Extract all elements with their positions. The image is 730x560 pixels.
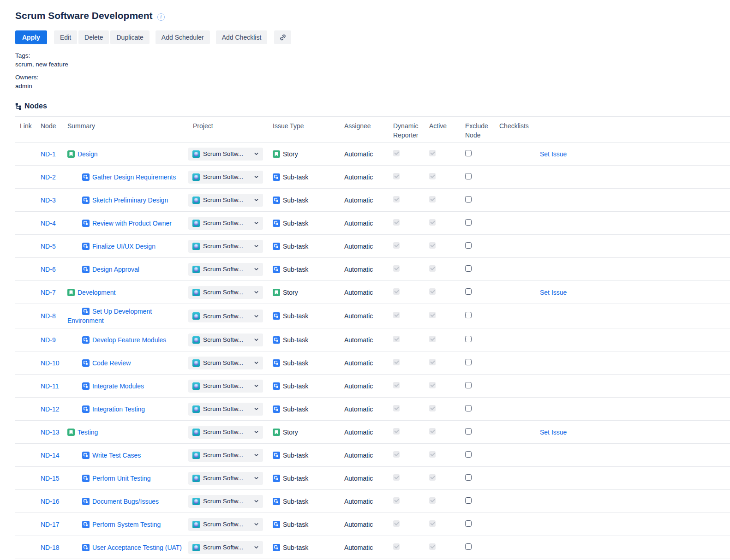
summary-link[interactable]: Integration Testing	[92, 405, 145, 413]
header-checklists: Checklists	[495, 117, 730, 131]
summary-link[interactable]: Write Test Cases	[92, 452, 141, 459]
project-select[interactable]: Scrum Softw...	[188, 449, 263, 462]
exclude-node-checkbox[interactable]	[465, 474, 472, 481]
exclude-node-checkbox[interactable]	[465, 219, 472, 226]
exclude-node-checkbox[interactable]	[465, 405, 472, 411]
exclude-node-checkbox[interactable]	[465, 359, 472, 365]
node-link[interactable]: ND-18	[41, 544, 59, 551]
summary-link[interactable]: Testing	[78, 429, 98, 436]
node-link[interactable]: ND-10	[41, 359, 59, 367]
project-avatar-icon	[192, 266, 200, 273]
delete-button[interactable]: Delete	[78, 30, 109, 44]
node-link[interactable]: ND-14	[41, 452, 59, 459]
node-link[interactable]: ND-8	[41, 312, 56, 320]
project-select[interactable]: Scrum Softw...	[188, 426, 263, 439]
summary-link[interactable]: Integrate Modules	[92, 382, 144, 390]
project-select-value: Scrum Softw...	[203, 266, 251, 273]
exclude-node-checkbox[interactable]	[465, 265, 472, 272]
node-link[interactable]: ND-13	[41, 429, 59, 436]
project-select[interactable]: Scrum Softw...	[188, 403, 263, 416]
add-scheduler-button[interactable]: Add Scheduler	[156, 30, 210, 44]
node-link[interactable]: ND-15	[41, 475, 59, 482]
summary-link[interactable]: Document Bugs/Issues	[92, 498, 159, 505]
project-select-value: Scrum Softw...	[203, 336, 251, 343]
summary-link[interactable]: Design	[78, 150, 98, 158]
exclude-node-checkbox[interactable]	[465, 543, 472, 550]
project-select[interactable]: Scrum Softw...	[188, 495, 263, 508]
node-link[interactable]: ND-4	[41, 220, 56, 227]
exclude-node-checkbox[interactable]	[465, 196, 472, 203]
summary-link[interactable]: Development	[78, 289, 116, 296]
project-cell: Scrum Softw...	[188, 171, 268, 184]
node-link[interactable]: ND-12	[41, 405, 59, 413]
subtask-icon	[82, 382, 90, 390]
exclude-node-checkbox[interactable]	[465, 242, 472, 249]
node-link[interactable]: ND-6	[41, 266, 56, 273]
project-select[interactable]: Scrum Softw...	[188, 263, 263, 276]
dynamic-reporter-checkbox	[393, 451, 400, 458]
set-issue-link[interactable]: Set Issue	[540, 150, 567, 158]
node-link[interactable]: ND-3	[41, 197, 56, 204]
node-link[interactable]: ND-17	[41, 521, 59, 528]
exclude-node-checkbox[interactable]	[465, 451, 472, 458]
table-header-row: Link Node Summary Project Issue Type Ass…	[15, 116, 730, 143]
node-link[interactable]: ND-1	[41, 150, 56, 158]
exclude-node-checkbox[interactable]	[465, 497, 472, 504]
exclude-node-checkbox[interactable]	[465, 312, 472, 318]
project-cell: Scrum Softw...	[188, 449, 268, 462]
exclude-node-checkbox[interactable]	[465, 428, 472, 435]
header-exclude-node: Exclude Node	[461, 117, 495, 140]
project-select[interactable]: Scrum Softw...	[188, 217, 263, 230]
exclude-node-checkbox[interactable]	[465, 150, 472, 156]
summary-link[interactable]: Code Review	[92, 359, 131, 367]
node-link[interactable]: ND-5	[41, 243, 56, 250]
info-icon[interactable]	[157, 13, 165, 21]
project-select-value: Scrum Softw...	[203, 173, 251, 180]
project-select[interactable]: Scrum Softw...	[188, 148, 263, 161]
project-select[interactable]: Scrum Softw...	[188, 334, 263, 346]
exclude-node-checkbox[interactable]	[465, 173, 472, 179]
project-select[interactable]: Scrum Softw...	[188, 240, 263, 253]
assignee-value: Automatic	[344, 312, 373, 320]
project-select[interactable]: Scrum Softw...	[188, 310, 263, 322]
node-link[interactable]: ND-2	[41, 173, 56, 181]
project-select[interactable]: Scrum Softw...	[188, 194, 263, 207]
summary-link[interactable]: Review with Product Owner	[92, 220, 172, 227]
summary-link[interactable]: Set Up Development Environment	[67, 308, 152, 324]
summary-link[interactable]: User Acceptance Testing (UAT)	[92, 544, 182, 551]
apply-button[interactable]: Apply	[15, 30, 47, 44]
edit-button[interactable]: Edit	[54, 30, 77, 44]
summary-link[interactable]: Gather Design Requirements	[92, 173, 176, 181]
copy-link-button[interactable]	[274, 30, 291, 44]
project-select[interactable]: Scrum Softw...	[188, 357, 263, 369]
node-link[interactable]: ND-9	[41, 336, 56, 344]
node-link[interactable]: ND-11	[41, 382, 59, 390]
project-select[interactable]: Scrum Softw...	[188, 286, 263, 299]
project-select[interactable]: Scrum Softw...	[188, 541, 263, 554]
project-select[interactable]: Scrum Softw...	[188, 171, 263, 184]
set-issue-link[interactable]: Set Issue	[540, 289, 567, 296]
exclude-node-checkbox[interactable]	[465, 382, 472, 388]
project-select[interactable]: Scrum Softw...	[188, 518, 263, 531]
duplicate-button[interactable]: Duplicate	[110, 30, 149, 44]
add-checklist-button[interactable]: Add Checklist	[216, 30, 268, 44]
summary-link[interactable]: Sketch Preliminary Design	[92, 197, 168, 204]
assignee-cell: Automatic	[340, 242, 389, 251]
issue-type-cell: Sub-task	[268, 173, 340, 182]
node-link[interactable]: ND-7	[41, 289, 56, 296]
summary-link[interactable]: Design Approval	[92, 266, 139, 273]
exclude-node-checkbox[interactable]	[465, 288, 472, 295]
summary-link[interactable]: Develop Feature Modules	[92, 336, 166, 344]
summary-cell: Perform System Testing	[63, 517, 188, 532]
exclude-node-checkbox[interactable]	[465, 520, 472, 527]
dynamic-reporter-checkbox	[393, 474, 400, 481]
exclude-node-checkbox[interactable]	[465, 336, 472, 342]
set-issue-link[interactable]: Set Issue	[540, 429, 567, 436]
project-select[interactable]: Scrum Softw...	[188, 472, 263, 485]
summary-link[interactable]: Finalize UI/UX Design	[92, 243, 156, 250]
summary-link[interactable]: Perform System Testing	[92, 521, 161, 528]
project-select[interactable]: Scrum Softw...	[188, 380, 263, 393]
node-link[interactable]: ND-16	[41, 498, 59, 505]
indent-spacer	[67, 248, 82, 249]
summary-link[interactable]: Perform Unit Testing	[92, 475, 151, 482]
